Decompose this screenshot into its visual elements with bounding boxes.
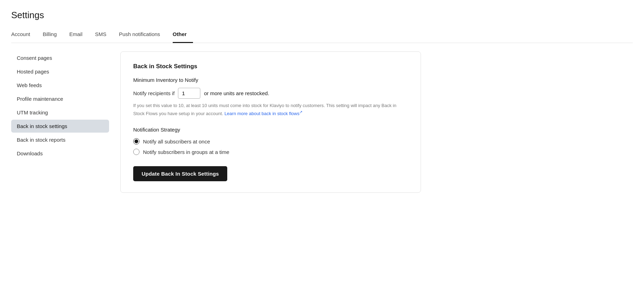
back-in-stock-card: Back in Stock Settings Minimum Inventory… <box>120 51 421 193</box>
sidebar-item-profile-maintenance[interactable]: Profile maintenance <box>11 92 109 105</box>
radio-in-groups[interactable] <box>133 149 139 155</box>
radio-group: Notify all subscribers at once Notify su… <box>133 138 408 155</box>
notify-row: Notify recipients if or more units are r… <box>133 88 408 99</box>
sidebar-item-utm-tracking[interactable]: UTM tracking <box>11 106 109 119</box>
inventory-input[interactable] <box>178 88 200 99</box>
tab-push-notifications[interactable]: Push notifications <box>119 28 166 43</box>
sidebar-item-back-in-stock-settings[interactable]: Back in stock settings <box>11 120 109 133</box>
tab-account[interactable]: Account <box>11 28 36 43</box>
page-title: Settings <box>11 10 633 21</box>
radio-all-at-once[interactable] <box>133 138 139 144</box>
tab-sms[interactable]: SMS <box>95 28 113 43</box>
tab-email[interactable]: Email <box>69 28 89 43</box>
card-title: Back in Stock Settings <box>133 63 408 70</box>
radio-all-at-once-label: Notify all subscribers at once <box>143 139 210 144</box>
radio-in-groups-label: Notify subscribers in groups at a time <box>143 149 229 155</box>
sidebar: Consent pages Hosted pages Web feeds Pro… <box>11 43 109 201</box>
learn-more-link[interactable]: Learn more about back in stock flows↗ <box>224 111 303 116</box>
radio-option-in-groups[interactable]: Notify subscribers in groups at a time <box>133 149 408 155</box>
tab-billing[interactable]: Billing <box>43 28 63 43</box>
tab-nav: Account Billing Email SMS Push notificat… <box>11 28 633 43</box>
strategy-label: Notification Strategy <box>133 127 408 133</box>
notify-prefix-label: Notify recipients if <box>133 90 174 96</box>
sidebar-item-web-feeds[interactable]: Web feeds <box>11 79 109 92</box>
sidebar-item-back-in-stock-reports[interactable]: Back in stock reports <box>11 133 109 146</box>
update-back-in-stock-button[interactable]: Update Back In Stock Settings <box>133 166 227 181</box>
external-link-icon: ↗ <box>299 110 302 114</box>
main-layout: Consent pages Hosted pages Web feeds Pro… <box>0 43 644 201</box>
sidebar-item-consent-pages[interactable]: Consent pages <box>11 51 109 64</box>
content-area: Back in Stock Settings Minimum Inventory… <box>109 43 633 201</box>
min-inventory-label: Minimum Inventory to Notify <box>133 77 408 83</box>
sidebar-item-hosted-pages[interactable]: Hosted pages <box>11 65 109 78</box>
sidebar-item-downloads[interactable]: Downloads <box>11 147 109 160</box>
page-header: Settings Account Billing Email SMS Push … <box>0 0 644 43</box>
tab-other[interactable]: Other <box>173 28 193 43</box>
radio-option-all-at-once[interactable]: Notify all subscribers at once <box>133 138 408 144</box>
helper-text: If you set this value to 10, at least 10… <box>133 102 408 117</box>
notify-suffix-label: or more units are restocked. <box>204 90 269 96</box>
